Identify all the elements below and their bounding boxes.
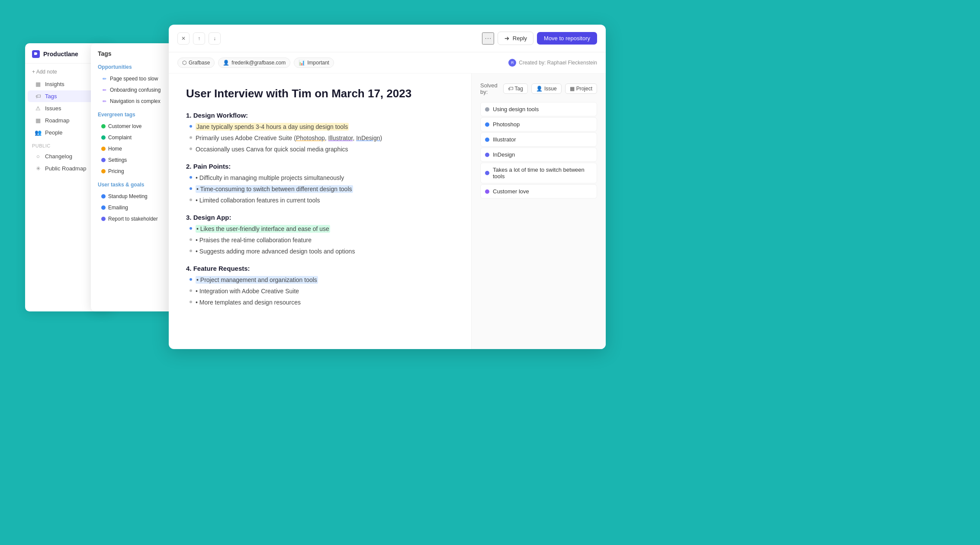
section-number: 4. — [186, 265, 193, 272]
section-label: Pain Points: — [193, 163, 231, 170]
chevron-down-icon: ↓ — [213, 35, 216, 42]
tag-label: Home — [108, 146, 122, 152]
bullet-text: • Difficulty in managing multiple projec… — [196, 173, 344, 183]
sidebar-item-label: Changelog — [45, 153, 72, 160]
tags-panel: Tags Opportunities ✏ Page speed too slow… — [91, 43, 177, 311]
bullet-dot — [190, 278, 192, 281]
reply-icon — [504, 35, 510, 42]
bullet-item: • Project management and organization to… — [186, 276, 454, 285]
bullet-item: • Limited collaboration features in curr… — [186, 196, 454, 205]
section-label: Feature Requests: — [193, 265, 250, 272]
tag-navigation[interactable]: ✏ Navigation is complex — [98, 96, 170, 106]
solved-item-4[interactable]: Takes a lot of time to switch between to… — [480, 163, 597, 183]
tag-pen-icon: ✏ — [101, 98, 107, 104]
section-pain-points: 2. Pain Points: • Difficulty in managing… — [186, 163, 454, 205]
move-to-repository-button[interactable]: Move to repository — [537, 32, 597, 45]
bullet-text: • Limited collaboration features in curr… — [196, 196, 320, 205]
move-to-repo-label: Move to repository — [544, 35, 590, 42]
project-filter-button[interactable]: ▦ Project — [565, 83, 597, 94]
tag-label: Customer love — [108, 123, 141, 129]
tags-icon: 🏷 — [35, 93, 42, 99]
tag-pen-icon: ✏ — [101, 87, 107, 93]
bullet-item: • Praises the real-time collaboration fe… — [186, 236, 454, 245]
tag-page-speed[interactable]: ✏ Page speed too slow — [98, 74, 170, 84]
section-label: Design Workflow: — [193, 112, 248, 119]
bullet-item: • Time-consuming to switch between diffe… — [186, 185, 454, 194]
bullet-item: • Difficulty in managing multiple projec… — [186, 173, 454, 183]
people-icon: 👥 — [35, 129, 42, 136]
tag-filter-button[interactable]: 🏷 Tag — [503, 83, 528, 94]
close-button[interactable]: ✕ — [177, 32, 190, 45]
solved-item-2[interactable]: Illustrator — [480, 132, 597, 147]
project-icon: ▦ — [570, 86, 575, 92]
reply-button[interactable]: Reply — [498, 32, 533, 45]
issue-btn-label: Issue — [544, 86, 557, 92]
tag-standup[interactable]: Standup Meeting — [98, 191, 170, 202]
modal-header: ✕ ↑ ↓ ⋯ Reply Move to repository — [169, 25, 606, 52]
issue-filter-button[interactable]: 👤 Issue — [531, 83, 562, 94]
bullet-item: Occasionally uses Canva for quick social… — [186, 145, 454, 154]
bullet-dot — [190, 250, 192, 252]
tag-settings[interactable]: Settings — [98, 155, 170, 165]
section-design-workflow: 1. Design Workflow: Jane typically spend… — [186, 112, 454, 154]
inline-highlight: Illustrator — [328, 135, 353, 141]
tag-label: Standup Meeting — [108, 193, 148, 199]
tag-label: Page speed too slow — [110, 76, 158, 82]
solved-by-label: Solved by: — [480, 82, 500, 95]
document-title: User Interview with Tim on March 17, 202… — [186, 87, 454, 101]
modal-tag-label: Grafbase — [189, 60, 210, 66]
sidebar-item-label: Issues — [45, 105, 61, 112]
highlighted-text: • Likes the user-friendly interface and … — [196, 225, 330, 233]
tag-onboarding[interactable]: ✏ Onboarding confusing — [98, 85, 170, 95]
tag-color-dot — [101, 147, 106, 151]
modal-tag-grafbase[interactable]: ⬡ Grafbase — [177, 58, 215, 68]
sidebar-item-label: Tags — [45, 93, 57, 99]
project-btn-label: Project — [576, 86, 592, 92]
highlighted-text: Jane typically spends 3-4 hours a day us… — [196, 123, 349, 131]
bullet-dot — [190, 147, 192, 150]
modal-tag-email[interactable]: 👤 frederik@grafbase.com — [218, 58, 290, 68]
solved-item-0[interactable]: Using design tools — [480, 102, 597, 116]
bullet-item: • More templates and design resources — [186, 298, 454, 307]
bullet-text: Jane typically spends 3-4 hours a day us… — [196, 122, 349, 131]
chart-icon: 📊 — [299, 60, 305, 66]
close-icon: ✕ — [181, 35, 186, 42]
more-options-button[interactable]: ⋯ — [482, 32, 494, 45]
tag-home[interactable]: Home — [98, 144, 170, 154]
solved-item-1[interactable]: Photoshop — [480, 117, 597, 131]
tag-color-dot — [101, 158, 106, 162]
modal-tag-important[interactable]: 📊 Important — [294, 58, 334, 68]
tag-label: Pricing — [108, 168, 124, 174]
tag-report[interactable]: Report to stakeholder — [98, 214, 170, 224]
tag-customer-love[interactable]: Customer love — [98, 121, 170, 131]
bullet-text: Occasionally uses Canva for quick social… — [196, 145, 348, 154]
nav-down-button[interactable]: ↓ — [209, 32, 221, 45]
tag-color-dot — [101, 135, 106, 140]
add-note-label: + Add note — [32, 69, 57, 75]
solved-item-label: Customer love — [493, 188, 529, 195]
tag-pricing[interactable]: Pricing — [98, 166, 170, 176]
app-name: Productlane — [43, 51, 78, 58]
creator-avatar: R — [508, 59, 516, 67]
dots-icon: ⋯ — [485, 34, 492, 42]
nav-up-button[interactable]: ↑ — [193, 32, 205, 45]
solved-item-dot — [485, 171, 489, 175]
issue-icon: 👤 — [536, 86, 543, 92]
solved-item-3[interactable]: InDesign — [480, 147, 597, 162]
user-tasks-section-title: User tasks & goals — [98, 182, 170, 188]
bullet-item: Jane typically spends 3-4 hours a day us… — [186, 122, 454, 131]
tags-panel-title: Tags — [98, 50, 170, 57]
modal-header-right: ⋯ Reply Move to repository — [482, 32, 597, 45]
tag-complaint[interactable]: Complaint — [98, 132, 170, 143]
bullet-text: • Suggests adding more advanced design t… — [196, 247, 355, 256]
tag-color-dot — [101, 169, 106, 173]
modal-tags: ⬡ Grafbase 👤 frederik@grafbase.com 📊 Imp… — [177, 58, 334, 68]
productlane-icon — [32, 50, 40, 58]
solved-item-5[interactable]: Customer love — [480, 184, 597, 199]
sidebar-item-label: Public Roadmap — [45, 165, 86, 172]
modal-tag-label: frederik@grafbase.com — [231, 60, 286, 66]
bullet-item: • Integration with Adobe Creative Suite — [186, 287, 454, 296]
bullet-dot — [190, 187, 192, 190]
tag-emailing[interactable]: Emailing — [98, 202, 170, 213]
sidebar-item-label: Roadmap — [45, 117, 69, 124]
